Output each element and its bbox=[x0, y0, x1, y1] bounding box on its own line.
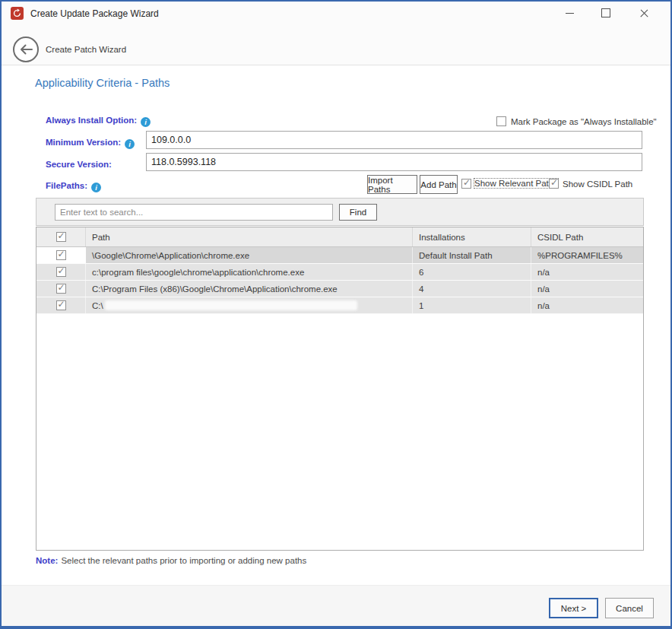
row-checkbox-cell bbox=[36, 281, 86, 297]
close-button[interactable] bbox=[626, 2, 661, 24]
row-checkbox[interactable] bbox=[56, 284, 66, 294]
row-checkbox[interactable] bbox=[56, 300, 66, 310]
column-header-installations[interactable]: Installations bbox=[413, 227, 531, 246]
filepaths-label: FilePaths: bbox=[46, 181, 101, 192]
minimum-version-label-text: Minimum Version: bbox=[46, 138, 121, 147]
mark-always-installable-label: Mark Package as "Always Installable" bbox=[511, 117, 657, 126]
close-icon bbox=[639, 8, 649, 18]
show-relevant-paths-checkbox[interactable] bbox=[461, 179, 471, 189]
filepaths-label-text: FilePaths: bbox=[46, 181, 87, 190]
row-csidl-cell: n/a bbox=[531, 264, 643, 280]
info-circle-icon[interactable] bbox=[125, 139, 135, 149]
find-button[interactable]: Find bbox=[339, 204, 377, 221]
cancel-button[interactable]: Cancel bbox=[605, 598, 654, 618]
footer-bar: Next > Cancel bbox=[2, 585, 670, 628]
row-csidl-cell: %PROGRAMFILES% bbox=[531, 247, 643, 263]
always-install-label: Always Install Option: bbox=[46, 116, 151, 127]
minimum-version-input[interactable] bbox=[146, 131, 642, 149]
paths-table: Path Installations CSIDL Path \Google\Ch… bbox=[36, 227, 644, 551]
row-csidl-cell: n/a bbox=[531, 281, 643, 297]
row-installations-cell: 1 bbox=[413, 297, 531, 313]
table-row[interactable]: \Google\Chrome\Application\chrome.exe De… bbox=[36, 247, 643, 264]
info-circle-icon[interactable] bbox=[91, 183, 101, 192]
note-prefix: Note: bbox=[36, 556, 58, 565]
row-checkbox-cell bbox=[36, 264, 86, 280]
column-header-csidl-path[interactable]: CSIDL Path bbox=[531, 227, 643, 246]
table-row[interactable]: c:\program files\google\chrome\applicati… bbox=[36, 264, 643, 281]
show-relevant-paths-label[interactable]: Show Relevant Paths bbox=[474, 179, 558, 188]
select-all-cell bbox=[36, 227, 86, 246]
table-row[interactable]: C:\ 1 n/a bbox=[36, 297, 643, 314]
minimize-button[interactable] bbox=[552, 2, 587, 24]
row-installations-cell: 6 bbox=[413, 264, 531, 280]
select-all-checkbox[interactable] bbox=[56, 232, 66, 242]
row-path-text: C:\Program Files (x86)\Google\Chrome\App… bbox=[92, 284, 338, 294]
search-input[interactable] bbox=[55, 204, 333, 221]
back-arrow-icon bbox=[20, 44, 33, 55]
search-panel: Find bbox=[36, 198, 644, 226]
row-path-text: C:\ bbox=[92, 301, 103, 310]
back-button[interactable] bbox=[13, 37, 39, 62]
row-checkbox-cell bbox=[36, 297, 86, 313]
secure-version-input[interactable] bbox=[146, 153, 642, 171]
always-install-label-text: Always Install Option: bbox=[46, 116, 137, 125]
row-checkbox[interactable] bbox=[56, 250, 66, 260]
minimum-version-label: Minimum Version: bbox=[46, 138, 135, 149]
row-checkbox-cell bbox=[36, 247, 86, 263]
app-logo-glyph bbox=[12, 8, 22, 18]
row-path-cell: C:\Program Files (x86)\Google\Chrome\App… bbox=[86, 281, 413, 297]
row-installations-cell: Default Install Path bbox=[413, 247, 531, 263]
show-csidl-path-checkbox[interactable] bbox=[549, 179, 559, 189]
row-path-cell: \Google\Chrome\Application\chrome.exe bbox=[86, 247, 413, 263]
window-title: Create Update Package Wizard bbox=[30, 8, 159, 19]
maximize-icon bbox=[601, 8, 610, 17]
secure-version-label: Secure Version: bbox=[46, 160, 112, 169]
next-button[interactable]: Next > bbox=[549, 598, 598, 618]
mark-always-installable-checkbox[interactable] bbox=[496, 116, 506, 126]
show-csidl-path-label[interactable]: Show CSIDL Path bbox=[563, 179, 632, 189]
add-path-button[interactable]: Add Path bbox=[420, 175, 458, 194]
redacted-blur bbox=[105, 300, 357, 310]
import-paths-button[interactable]: Import Paths bbox=[367, 175, 417, 194]
row-path-text: \Google\Chrome\Application\chrome.exe bbox=[92, 251, 249, 260]
secure-version-label-text: Secure Version: bbox=[46, 160, 112, 169]
wizard-window: Create Update Package Wizard Create Patc… bbox=[0, 0, 672, 629]
table-header-row: Path Installations CSIDL Path bbox=[36, 227, 643, 247]
row-checkbox[interactable] bbox=[56, 267, 66, 277]
row-path-cell: C:\ bbox=[86, 297, 413, 313]
title-bar: Create Update Package Wizard bbox=[2, 2, 670, 24]
page-title: Applicability Criteria - Paths bbox=[35, 77, 170, 89]
table-row[interactable]: C:\Program Files (x86)\Google\Chrome\App… bbox=[36, 281, 643, 297]
info-circle-icon[interactable] bbox=[141, 117, 151, 127]
minimize-icon bbox=[566, 13, 574, 14]
row-installations-cell: 4 bbox=[413, 281, 531, 297]
table-body: \Google\Chrome\Application\chrome.exe De… bbox=[36, 247, 643, 314]
row-csidl-cell: n/a bbox=[531, 297, 643, 313]
note-body: Select the relevant paths prior to impor… bbox=[61, 556, 306, 565]
column-header-path[interactable]: Path bbox=[86, 227, 413, 246]
app-logo-icon bbox=[11, 7, 24, 20]
note-text: Note:Select the relevant paths prior to … bbox=[36, 556, 306, 565]
wizard-name-label: Create Patch Wizard bbox=[46, 45, 126, 54]
row-path-text: c:\program files\google\chrome\applicati… bbox=[92, 268, 304, 277]
maximize-button[interactable] bbox=[588, 2, 623, 24]
row-path-cell: c:\program files\google\chrome\applicati… bbox=[86, 264, 413, 280]
